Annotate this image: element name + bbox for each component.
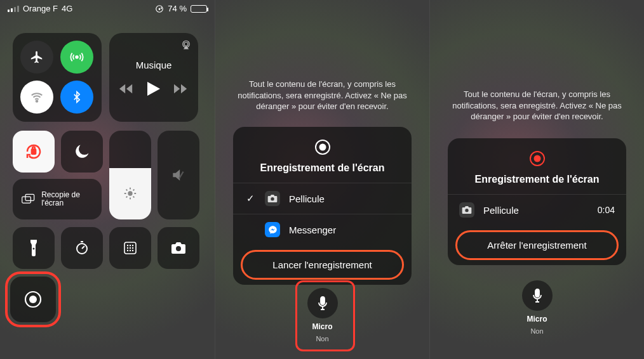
modal-title: Enregistrement de l'écran — [260, 162, 385, 174]
airplane-mode-button[interactable] — [20, 41, 53, 74]
svg-point-15 — [132, 245, 133, 246]
start-recording-button[interactable]: Lancer l'enregistrement — [241, 250, 404, 280]
prev-track-icon[interactable] — [119, 84, 133, 94]
control-center-panel: Orange F 4G 74 % — [0, 0, 215, 359]
svg-rect-1 — [159, 8, 160, 10]
svg-point-14 — [130, 245, 131, 246]
next-track-icon[interactable] — [174, 84, 188, 94]
battery-icon — [191, 5, 207, 13]
svg-point-19 — [127, 250, 128, 251]
microphone-icon — [532, 289, 543, 303]
record-modal: Enregistrement de l'écran ✓ Pellicule Me… — [233, 127, 412, 285]
battery-pct: 74 % — [168, 4, 187, 13]
camera-button[interactable] — [158, 227, 199, 269]
music-title: Musique — [136, 60, 172, 70]
record-start-panel: Tout le contenu de l'écran, y compris le… — [215, 0, 429, 359]
svg-point-3 — [36, 100, 38, 102]
airplay-icon — [180, 39, 192, 51]
target-label: Pellicule — [483, 205, 519, 216]
svg-point-18 — [132, 247, 133, 249]
svg-rect-6 — [32, 149, 36, 154]
microphone-toggle[interactable]: Micro Non — [430, 280, 644, 335]
info-text: Tout le contenu de l'écran, y compris le… — [215, 79, 429, 112]
calculator-button[interactable] — [109, 227, 151, 269]
mic-state: Non — [530, 327, 543, 335]
target-label: Pellicule — [289, 193, 325, 204]
highlight-annotation — [5, 271, 61, 327]
svg-point-30 — [533, 155, 540, 162]
orientation-lock-icon — [155, 4, 164, 13]
svg-point-7 — [128, 192, 132, 196]
svg-point-26 — [319, 144, 326, 151]
info-text: Tout le contenu de l'écran, y compris le… — [430, 89, 644, 122]
music-tile[interactable]: Musique — [109, 33, 198, 122]
target-app-messenger[interactable]: Messenger — [233, 214, 412, 245]
camera-roll-icon — [265, 191, 280, 206]
camera-roll-icon — [459, 202, 474, 218]
carrier-label: Orange F — [23, 4, 58, 13]
play-icon[interactable] — [147, 82, 160, 96]
do-not-disturb-button[interactable] — [61, 131, 103, 173]
record-icon — [314, 138, 332, 156]
svg-rect-32 — [535, 289, 539, 297]
screen-mirroring-button[interactable]: Recopie de l'écran — [13, 179, 102, 219]
mic-label: Micro — [312, 322, 332, 331]
network-label: 4G — [62, 4, 72, 13]
microphone-toggle[interactable]: Micro Non — [215, 288, 429, 343]
screen-mirroring-icon — [22, 192, 35, 206]
svg-point-17 — [130, 247, 131, 249]
bluetooth-button[interactable] — [60, 81, 93, 114]
svg-point-20 — [130, 250, 131, 251]
svg-rect-28 — [321, 297, 325, 304]
modal-title: Enregistrement de l'écran — [475, 174, 600, 185]
svg-point-5 — [184, 42, 188, 46]
svg-point-13 — [127, 245, 128, 246]
signal-bars-icon — [8, 6, 19, 12]
svg-rect-8 — [22, 197, 31, 203]
svg-point-21 — [132, 250, 133, 251]
screen-mirroring-label: Recopie de l'écran — [41, 191, 93, 207]
orientation-lock-button[interactable] — [13, 131, 55, 173]
svg-point-27 — [271, 197, 274, 200]
flashlight-button[interactable] — [13, 227, 55, 269]
brightness-icon — [123, 186, 137, 200]
wifi-button[interactable] — [20, 81, 53, 114]
volume-mute-icon — [170, 167, 187, 183]
brightness-slider[interactable] — [109, 131, 151, 219]
record-timer: 0:04 — [598, 205, 615, 215]
cellular-data-button[interactable] — [60, 41, 93, 74]
microphone-icon — [317, 296, 328, 310]
check-icon: ✓ — [245, 193, 256, 204]
mic-state: Non — [316, 335, 328, 343]
volume-slider[interactable] — [158, 131, 199, 219]
svg-rect-9 — [25, 194, 34, 200]
status-bar: Orange F 4G 74 % — [0, 4, 215, 13]
messenger-icon — [265, 222, 280, 237]
timer-button[interactable] — [61, 227, 103, 269]
svg-point-31 — [465, 209, 468, 212]
svg-point-2 — [76, 56, 78, 58]
record-active-icon — [528, 150, 546, 167]
mic-label: Micro — [527, 315, 547, 323]
svg-point-10 — [33, 248, 35, 250]
stop-recording-button[interactable]: Arrêter l'enregistrement — [455, 230, 619, 260]
target-app-pellicule[interactable]: ✓ Pellicule — [233, 183, 412, 214]
connectivity-tile — [13, 33, 102, 122]
svg-point-22 — [176, 246, 181, 251]
record-modal-active: Enregistrement de l'écran Pellicule 0:04… — [448, 138, 626, 265]
svg-point-16 — [127, 247, 128, 249]
record-active-panel: Tout le contenu de l'écran, y compris le… — [429, 0, 644, 359]
target-app-pellicule[interactable]: Pellicule 0:04 — [448, 194, 626, 225]
target-label: Messenger — [289, 225, 336, 235]
